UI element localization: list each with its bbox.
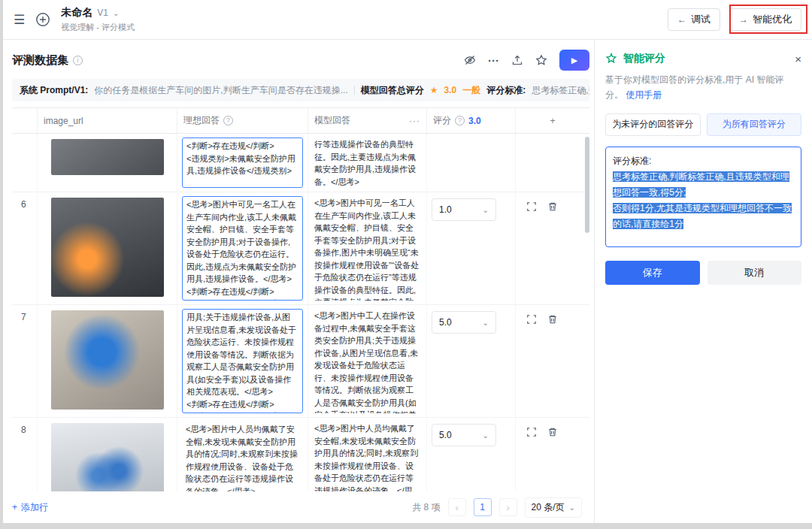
- app-window: ☰ 未命名 V1 ⌄ 视觉理解 - 评分模式 ← 调试 → 智能优化: [3, 0, 812, 523]
- score-cell: 5.0 ⌄: [427, 418, 516, 491]
- ideal-answer-cell[interactable]: <思考>图片中人员均佩戴了安全帽,未发现未佩戴安全防护用具的情况;同时,未观察到…: [177, 418, 308, 491]
- dataset-title: 评测数据集 i: [12, 53, 83, 68]
- page-subtitle: 视觉理解 - 评分模式: [61, 22, 135, 33]
- criteria-textarea[interactable]: 评分标准: 思考标签正确,判断标签正确,且违规类型和理想回答一致,得5分; 否则…: [605, 147, 801, 247]
- row-actions: [516, 418, 589, 491]
- info-icon[interactable]: i: [73, 56, 83, 65]
- delete-icon[interactable]: [547, 314, 558, 413]
- forward-arrow-icon: →: [739, 14, 748, 25]
- table-header-row: image_url 理想回答 ? 模型回答 ··· 评分 ? 3.0 +: [12, 108, 589, 134]
- row-index: 7: [12, 305, 38, 417]
- row-image-cell[interactable]: [38, 305, 177, 417]
- score-select[interactable]: 5.0 ⌄: [432, 311, 496, 334]
- question-icon[interactable]: ?: [455, 116, 465, 125]
- chevron-down-icon: ⌄: [483, 206, 489, 214]
- criteria-field-label: 评分标准:: [613, 153, 794, 169]
- row-image-cell[interactable]: [38, 134, 177, 192]
- total-score-level: 一般: [462, 84, 480, 97]
- current-page-button[interactable]: 1: [474, 498, 492, 516]
- debug-button[interactable]: ← 调试: [668, 8, 720, 31]
- table-row: 8 <思考>图片中人员均佩戴了安全帽,未发现未佩戴安全防护用具的情况;同时,未观…: [12, 418, 589, 491]
- hide-columns-icon[interactable]: [464, 54, 476, 66]
- model-answer-cell[interactable]: 行等违规操作设备的典型特征。因此,主要违规点为未佩戴安全防护用具,违规操作设备。…: [308, 134, 427, 192]
- expand-icon[interactable]: [526, 427, 537, 491]
- cancel-button[interactable]: 取消: [707, 261, 802, 285]
- table-footer: + 添加行 共 8 项 ‹ 1 › 20 条/页 ⌄: [12, 491, 589, 523]
- table-scrollbar[interactable]: [585, 137, 589, 233]
- delete-icon[interactable]: [547, 427, 558, 491]
- row-actions: [516, 192, 589, 304]
- score-cell: 1.0 ⌄: [427, 192, 516, 304]
- star-icon[interactable]: [535, 54, 547, 66]
- row-number-header: [12, 108, 38, 133]
- ideal-answer-cell[interactable]: 用具;关于违规操作设备,从图片呈现信息看,未发现设备处于危险状态运行、未按操作规…: [177, 305, 308, 417]
- model-answer-text: 行等违规操作设备的典型特征。因此,主要违规点为未佩戴安全防护用具,违规操作设备。…: [313, 138, 422, 188]
- pagination: 共 8 项 ‹ 1 › 20 条/页 ⌄: [412, 497, 589, 518]
- add-column-header[interactable]: +: [516, 108, 589, 133]
- tab-score-all[interactable]: 为所有回答评分: [707, 113, 802, 136]
- page-size-select[interactable]: 20 条/页 ⌄: [525, 497, 582, 518]
- question-icon[interactable]: ?: [223, 116, 233, 125]
- chevron-down-icon[interactable]: ⌄: [113, 9, 119, 17]
- ideal-answer-cell[interactable]: <思考>图片中可见一名工人在生产车间内作业,该工人未佩戴安全帽、护目镜、安全手套…: [177, 192, 308, 304]
- column-more-icon[interactable]: ···: [409, 116, 420, 126]
- row-index: [12, 134, 38, 192]
- export-icon[interactable]: [511, 54, 523, 66]
- score-select[interactable]: 1.0 ⌄: [432, 198, 496, 221]
- model-answer-text: <思考>图片中人员均佩戴了安全帽,未发现未佩戴安全防护用具的情况;同时,未观察到…: [313, 422, 422, 491]
- table-row: 6 <思考>图片中可见一名工人在生产车间内作业,该工人未佩戴安全帽、护目镜、安全…: [12, 192, 589, 305]
- version-label[interactable]: V1: [97, 8, 108, 18]
- smart-optimize-button[interactable]: → 智能优化: [729, 8, 801, 31]
- model-answer-text: <思考>图片中工人在操作设备过程中,未佩戴安全手套这类安全防护用具;关于违规操作…: [313, 309, 422, 413]
- row-image-thumbnail[interactable]: [51, 139, 164, 175]
- system-prompt-bar[interactable]: 系统 Prompt/V1: 你的任务是根据生产车间的图片,判断生产车间是否存在违…: [12, 79, 589, 101]
- back-arrow-icon: ←: [677, 14, 686, 25]
- add-row-button[interactable]: + 添加行: [12, 501, 48, 514]
- dataset-table: image_url 理想回答 ? 模型回答 ··· 评分 ? 3.0 +: [12, 107, 589, 491]
- prev-page-button[interactable]: ‹: [448, 498, 466, 516]
- expand-icon[interactable]: [526, 314, 537, 413]
- main-area: 评测数据集 i ··· ▶: [3, 40, 594, 523]
- score-header: 评分 ? 3.0: [427, 108, 516, 133]
- total-items-label: 共 8 项: [412, 501, 440, 514]
- delete-icon[interactable]: [547, 201, 558, 301]
- save-button[interactable]: 保存: [605, 261, 700, 285]
- ideal-answer-text: <判断>存在违规</判断> <违规类别>未佩戴安全防护用具,违规操作设备</违规…: [182, 138, 303, 188]
- expand-icon[interactable]: [526, 201, 537, 301]
- score-select[interactable]: 5.0 ⌄: [432, 424, 496, 446]
- divider: [354, 86, 355, 95]
- tab-score-unscored[interactable]: 为未评分的回答评分: [605, 113, 701, 136]
- more-options-icon[interactable]: ···: [488, 54, 499, 67]
- row-image-cell[interactable]: [38, 418, 177, 491]
- criteria-selected-text: 思考标签正确,判断标签正确,且违规类型和理想回答一致,得5分; 否则得1分,尤其…: [613, 171, 792, 229]
- menu-icon[interactable]: ☰: [14, 12, 25, 28]
- row-index: 8: [12, 418, 38, 491]
- ideal-answer-header: 理想回答 ?: [177, 108, 308, 133]
- row-image-thumbnail[interactable]: [51, 310, 164, 410]
- model-answer-cell[interactable]: <思考>图片中可见一名工人在生产车间内作业,该工人未佩戴安全帽、护目镜、安全手套…: [308, 192, 427, 304]
- row-image-thumbnail[interactable]: [51, 423, 164, 491]
- debug-button-label: 调试: [691, 13, 710, 26]
- score-cell: 5.0 ⌄: [427, 305, 516, 417]
- add-row-label: 添加行: [21, 501, 48, 514]
- model-answer-cell[interactable]: <思考>图片中人员均佩戴了安全帽,未发现未佩戴安全防护用具的情况;同时,未观察到…: [308, 418, 427, 491]
- image-url-header: image_url: [38, 108, 177, 133]
- row-image-thumbnail[interactable]: [51, 198, 164, 297]
- ideal-answer-cell[interactable]: <判断>存在违规</判断> <违规类别>未佩戴安全防护用具,违规操作设备</违规…: [177, 134, 308, 192]
- model-answer-text: <思考>图片中可见一名工人在生产车间内作业,该工人未佩戴安全帽、护目镜、安全手套…: [313, 196, 422, 301]
- next-page-button[interactable]: ›: [499, 498, 517, 516]
- run-button[interactable]: ▶: [559, 50, 589, 71]
- page-title: 未命名: [61, 6, 92, 20]
- manual-link[interactable]: 使用手册: [626, 89, 662, 100]
- chevron-down-icon: ⌄: [483, 319, 489, 327]
- title-block: 未命名 V1 ⌄ 视觉理解 - 评分模式: [61, 6, 135, 33]
- total-score-value: 3.0: [444, 85, 456, 95]
- play-icon: ▶: [571, 56, 577, 65]
- circle-plus-icon[interactable]: [35, 12, 50, 27]
- model-answer-cell[interactable]: <思考>图片中工人在操作设备过程中,未佩戴安全手套这类安全防护用具;关于违规操作…: [308, 305, 427, 417]
- panel-description: 基于你对模型回答的评分标准,用于 AI 智能评分。 使用手册: [605, 73, 801, 103]
- criteria-label: 评分标准:: [486, 84, 526, 97]
- row-image-cell[interactable]: [38, 192, 177, 304]
- score-header-value: 3.0: [468, 116, 481, 126]
- close-icon[interactable]: ×: [795, 53, 801, 65]
